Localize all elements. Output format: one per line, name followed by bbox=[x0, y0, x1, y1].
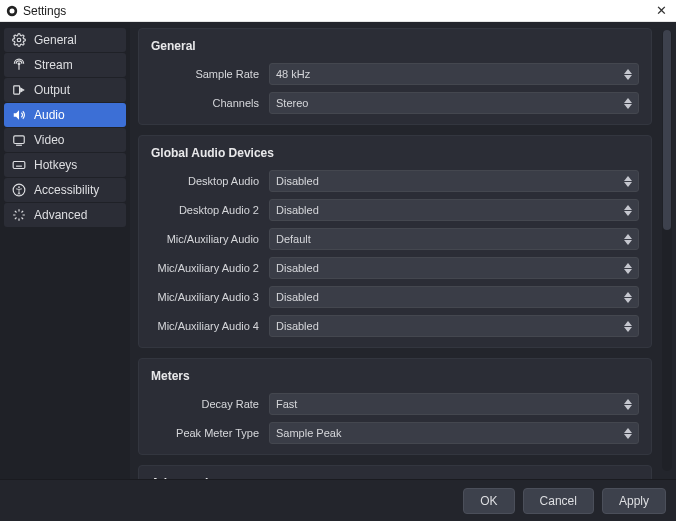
sidebar-item-hotkeys[interactable]: Hotkeys bbox=[4, 153, 126, 177]
svg-rect-6 bbox=[14, 136, 25, 144]
mic2-select[interactable]: Disabled bbox=[269, 257, 639, 279]
mic3-value: Disabled bbox=[276, 291, 319, 303]
footer: OK Cancel Apply bbox=[0, 479, 676, 521]
svg-point-15 bbox=[18, 186, 20, 188]
sidebar-item-label: Audio bbox=[34, 108, 65, 122]
mic1-value: Default bbox=[276, 233, 311, 245]
mic4-label: Mic/Auxiliary Audio 4 bbox=[151, 320, 269, 332]
app-icon bbox=[6, 5, 18, 17]
sample-rate-select[interactable]: 48 kHz bbox=[269, 63, 639, 85]
row-sample-rate: Sample Rate 48 kHz bbox=[151, 63, 639, 85]
mic4-value: Disabled bbox=[276, 320, 319, 332]
desktop-audio2-label: Desktop Audio 2 bbox=[151, 204, 269, 216]
section-advanced: Advanced bbox=[138, 465, 652, 479]
sidebar: General Stream Output Audio Video Hotkey… bbox=[0, 22, 130, 479]
section-title: General bbox=[151, 39, 639, 53]
content-scroll: General Sample Rate 48 kHz Channels Ster… bbox=[130, 22, 658, 479]
section-general: General Sample Rate 48 kHz Channels Ster… bbox=[138, 28, 652, 125]
sidebar-item-accessibility[interactable]: Accessibility bbox=[4, 178, 126, 202]
sidebar-item-video[interactable]: Video bbox=[4, 128, 126, 152]
scrollbar-thumb[interactable] bbox=[663, 30, 671, 230]
row-channels: Channels Stereo bbox=[151, 92, 639, 114]
video-icon bbox=[12, 133, 26, 147]
keyboard-icon bbox=[12, 158, 26, 172]
spinner-icon bbox=[622, 202, 634, 218]
decay-rate-select[interactable]: Fast bbox=[269, 393, 639, 415]
spinner-icon bbox=[622, 260, 634, 276]
peak-meter-value: Sample Peak bbox=[276, 427, 341, 439]
sidebar-item-general[interactable]: General bbox=[4, 28, 126, 52]
spinner-icon bbox=[622, 173, 634, 189]
spinner-icon bbox=[622, 425, 634, 441]
svg-point-2 bbox=[17, 38, 21, 42]
ok-button[interactable]: OK bbox=[463, 488, 514, 514]
svg-point-1 bbox=[10, 8, 15, 13]
tools-icon bbox=[12, 208, 26, 222]
main-area: General Sample Rate 48 kHz Channels Ster… bbox=[130, 22, 676, 479]
decay-rate-label: Decay Rate bbox=[151, 398, 269, 410]
sidebar-item-label: Output bbox=[34, 83, 70, 97]
sidebar-item-label: Hotkeys bbox=[34, 158, 77, 172]
sidebar-item-label: General bbox=[34, 33, 77, 47]
mic3-label: Mic/Auxiliary Audio 3 bbox=[151, 291, 269, 303]
desktop-audio-label: Desktop Audio bbox=[151, 175, 269, 187]
window-title: Settings bbox=[23, 4, 652, 18]
section-meters: Meters Decay RateFast Peak Meter TypeSam… bbox=[138, 358, 652, 455]
spinner-icon bbox=[622, 396, 634, 412]
sidebar-item-label: Advanced bbox=[34, 208, 87, 222]
spinner-icon bbox=[622, 66, 634, 82]
desktop-audio-select[interactable]: Disabled bbox=[269, 170, 639, 192]
gear-icon bbox=[12, 33, 26, 47]
peak-meter-label: Peak Meter Type bbox=[151, 427, 269, 439]
sample-rate-value: 48 kHz bbox=[276, 68, 310, 80]
mic2-value: Disabled bbox=[276, 262, 319, 274]
sidebar-item-audio[interactable]: Audio bbox=[4, 103, 126, 127]
sidebar-item-label: Accessibility bbox=[34, 183, 99, 197]
spinner-icon bbox=[622, 318, 634, 334]
svg-rect-8 bbox=[13, 162, 25, 169]
channels-value: Stereo bbox=[276, 97, 308, 109]
spinner-icon bbox=[622, 289, 634, 305]
titlebar: Settings ✕ bbox=[0, 0, 676, 22]
apply-button[interactable]: Apply bbox=[602, 488, 666, 514]
decay-rate-value: Fast bbox=[276, 398, 297, 410]
desktop-audio2-select[interactable]: Disabled bbox=[269, 199, 639, 221]
sidebar-item-output[interactable]: Output bbox=[4, 78, 126, 102]
settings-window: Settings ✕ General Stream Output Audio bbox=[0, 0, 676, 521]
sidebar-item-advanced[interactable]: Advanced bbox=[4, 203, 126, 227]
sample-rate-label: Sample Rate bbox=[151, 68, 269, 80]
output-icon bbox=[12, 83, 26, 97]
sidebar-item-stream[interactable]: Stream bbox=[4, 53, 126, 77]
spinner-icon bbox=[622, 231, 634, 247]
channels-select[interactable]: Stereo bbox=[269, 92, 639, 114]
window-body: General Stream Output Audio Video Hotkey… bbox=[0, 22, 676, 479]
mic1-label: Mic/Auxiliary Audio bbox=[151, 233, 269, 245]
section-devices: Global Audio Devices Desktop AudioDisabl… bbox=[138, 135, 652, 348]
desktop-audio-value: Disabled bbox=[276, 175, 319, 187]
mic3-select[interactable]: Disabled bbox=[269, 286, 639, 308]
section-title: Global Audio Devices bbox=[151, 146, 639, 160]
channels-label: Channels bbox=[151, 97, 269, 109]
scrollbar[interactable] bbox=[662, 30, 672, 471]
svg-rect-5 bbox=[14, 86, 20, 94]
mic4-select[interactable]: Disabled bbox=[269, 315, 639, 337]
audio-icon bbox=[12, 108, 26, 122]
close-icon[interactable]: ✕ bbox=[652, 3, 670, 18]
spinner-icon bbox=[622, 95, 634, 111]
section-title: Meters bbox=[151, 369, 639, 383]
mic2-label: Mic/Auxiliary Audio 2 bbox=[151, 262, 269, 274]
mic1-select[interactable]: Default bbox=[269, 228, 639, 250]
broadcast-icon bbox=[12, 58, 26, 72]
sidebar-item-label: Stream bbox=[34, 58, 73, 72]
peak-meter-select[interactable]: Sample Peak bbox=[269, 422, 639, 444]
desktop-audio2-value: Disabled bbox=[276, 204, 319, 216]
accessibility-icon bbox=[12, 183, 26, 197]
cancel-button[interactable]: Cancel bbox=[523, 488, 594, 514]
sidebar-item-label: Video bbox=[34, 133, 64, 147]
